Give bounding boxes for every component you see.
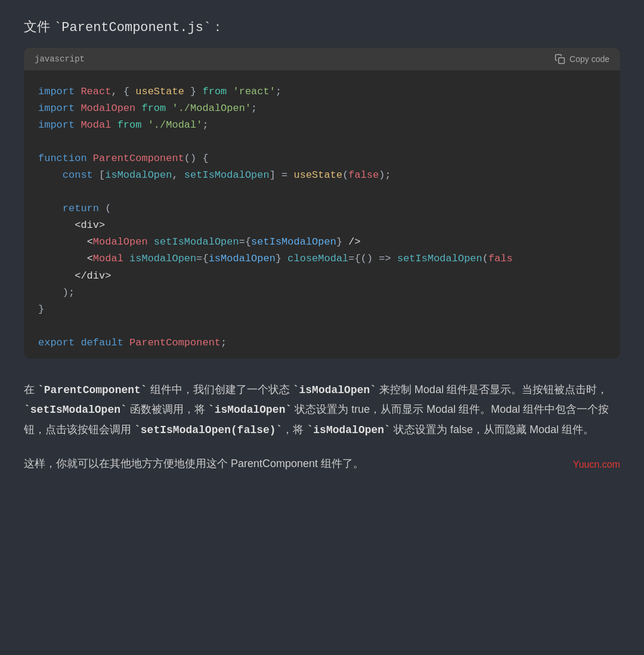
lang-label: javascript [35, 54, 85, 64]
description1: 在 `ParentComponent` 组件中，我们创建了一个状态 `isMod… [24, 380, 620, 440]
copy-code-button[interactable]: Copy code [555, 54, 609, 64]
description2: 这样，你就可以在其他地方方便地使用这个 ParentComponent 组件了。… [24, 454, 620, 473]
description2-text: 这样，你就可以在其他地方方便地使用这个 ParentComponent 组件了。 [24, 458, 364, 469]
copy-code-label: Copy code [569, 54, 609, 64]
file-title: 文件 `ParentComponent.js`： [24, 18, 620, 36]
code-scroll-area[interactable]: import React, { useState } from 'react';… [24, 70, 620, 359]
code-block-container: javascript Copy code import React, { use… [24, 48, 620, 359]
svg-rect-0 [559, 58, 565, 64]
code-block-header: javascript Copy code [24, 48, 620, 70]
watermark: Yuucn.com [573, 456, 620, 474]
code-content: import React, { useState } from 'react';… [24, 84, 620, 351]
copy-icon [555, 54, 565, 64]
